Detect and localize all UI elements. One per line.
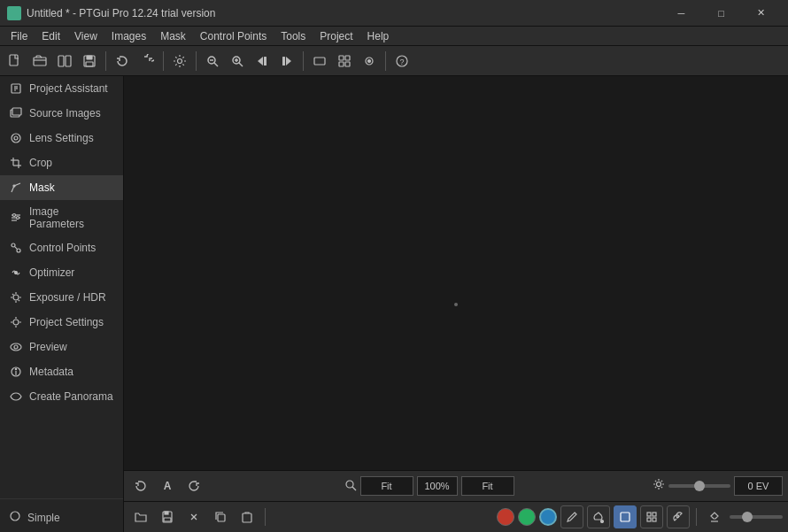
paste-button[interactable]: [236, 506, 259, 528]
svg-rect-81: [164, 518, 171, 521]
menu-tools[interactable]: Tools: [274, 27, 313, 46]
sidebar-item-exposure-hdr[interactable]: Exposure / HDR: [0, 285, 123, 310]
blue-mask-button[interactable]: [539, 508, 557, 526]
svg-line-48: [14, 246, 17, 249]
sidebar-label-exposure-hdr: Exposure / HDR: [29, 291, 106, 304]
toolbar-sep-1: [105, 51, 106, 71]
sidebar-item-control-points[interactable]: Control Points: [0, 235, 123, 260]
copy-button[interactable]: [209, 506, 232, 528]
green-mask-button[interactable]: [518, 508, 536, 526]
sidebar-label-crop: Crop: [29, 157, 52, 169]
sidebar-item-source-images[interactable]: Source Images: [0, 101, 123, 126]
sidebar-label-mask: Mask: [29, 181, 55, 194]
svg-point-70: [657, 482, 661, 487]
svg-point-63: [14, 345, 18, 349]
svg-rect-88: [647, 513, 651, 516]
prev-image-button[interactable]: [251, 50, 274, 73]
svg-rect-87: [621, 513, 630, 521]
rect-tool-button[interactable]: [614, 505, 637, 528]
brightness-slider[interactable]: [668, 484, 730, 488]
settings-button[interactable]: [168, 50, 191, 73]
toolbar-sep-5: [385, 51, 386, 71]
bottom-sep-2: [696, 508, 697, 526]
svg-line-76: [661, 487, 662, 488]
stitch-button[interactable]: [53, 50, 76, 73]
sidebar-item-metadata[interactable]: Metadata: [0, 359, 123, 384]
sidebar-simple-toggle[interactable]: Simple: [0, 503, 123, 532]
next-image-button[interactable]: [275, 50, 298, 73]
ev-input[interactable]: [734, 476, 783, 496]
menu-file[interactable]: File: [4, 27, 35, 46]
save-file-button[interactable]: [156, 506, 179, 528]
menu-view[interactable]: View: [67, 27, 104, 46]
zoom-fit-left-input[interactable]: [360, 476, 413, 496]
sidebar-item-image-parameters[interactable]: Image Parameters: [0, 200, 123, 235]
crop-icon: [9, 156, 23, 170]
bottom-toolbar-bot: [124, 502, 788, 533]
help-button[interactable]: ?: [390, 50, 413, 73]
bucket-tool-button[interactable]: [587, 505, 610, 528]
svg-line-75: [655, 481, 656, 482]
svg-rect-6: [86, 62, 93, 66]
sidebar-label-preview: Preview: [29, 341, 67, 353]
svg-rect-21: [345, 56, 350, 60]
sidebar-item-project-assistant[interactable]: Project Assistant: [0, 76, 123, 101]
simple-icon: [9, 510, 21, 525]
menu-help[interactable]: Help: [360, 27, 397, 46]
pencil-tool-button[interactable]: [560, 505, 583, 528]
red-mask-button[interactable]: [497, 508, 514, 526]
svg-point-45: [17, 217, 19, 220]
tool-size-slider[interactable]: [730, 515, 783, 519]
menu-project[interactable]: Project: [313, 27, 359, 46]
sidebar-item-lens-settings[interactable]: Lens Settings: [0, 126, 123, 150]
svg-rect-1: [34, 58, 46, 66]
menu-edit[interactable]: Edit: [35, 27, 67, 46]
svg-point-49: [15, 272, 18, 274]
svg-point-68: [346, 481, 353, 488]
sidebar-item-project-settings[interactable]: Project Settings: [0, 310, 123, 335]
menu-mask[interactable]: Mask: [153, 27, 193, 46]
zoom-fit-left-label: [344, 479, 357, 493]
undo-button[interactable]: [111, 50, 134, 73]
grid-tool-button[interactable]: [640, 505, 663, 528]
sidebar-item-optimizer[interactable]: Optimizer: [0, 260, 123, 285]
menu-images[interactable]: Images: [104, 27, 153, 46]
svg-rect-23: [345, 62, 350, 66]
link-tool-button[interactable]: [667, 505, 690, 528]
delete-button[interactable]: [182, 506, 205, 528]
svg-point-44: [13, 214, 16, 217]
reset-button[interactable]: [129, 475, 152, 497]
open-button[interactable]: [28, 50, 51, 73]
toolbar: ?: [0, 46, 788, 76]
zoom-out-button[interactable]: [201, 50, 224, 73]
sidebar-item-crop[interactable]: Crop: [0, 150, 123, 175]
svg-marker-17: [286, 57, 291, 66]
close-button[interactable]: ✕: [741, 0, 781, 27]
apply-button[interactable]: [182, 475, 205, 497]
sidebar-label-project-settings: Project Settings: [29, 316, 104, 328]
sidebar-item-preview[interactable]: Preview: [0, 335, 123, 359]
new-button[interactable]: [4, 50, 27, 73]
svg-point-34: [12, 134, 20, 143]
svg-line-9: [214, 63, 218, 66]
sidebar-item-mask[interactable]: Mask: [0, 175, 123, 200]
folder-open-button[interactable]: [129, 506, 152, 528]
grid-view-button[interactable]: [333, 50, 356, 73]
redo-button[interactable]: [135, 50, 158, 73]
sidebar-label-source-images: Source Images: [29, 107, 101, 120]
minimize-button[interactable]: ─: [661, 0, 701, 27]
zoom-percent-input[interactable]: [417, 476, 458, 496]
sidebar-item-create-panorama[interactable]: Create Panorama: [0, 384, 123, 409]
text-button[interactable]: A: [156, 475, 179, 497]
pin-button[interactable]: [358, 50, 381, 73]
svg-rect-85: [243, 513, 251, 522]
zoom-in-button[interactable]: [226, 50, 249, 73]
zoom-fit-right-input[interactable]: [461, 476, 514, 496]
panorama-view-button[interactable]: [308, 50, 331, 73]
save-button[interactable]: [78, 50, 101, 73]
clear-button[interactable]: [703, 506, 726, 528]
maximize-button[interactable]: □: [701, 0, 741, 27]
svg-rect-84: [218, 514, 225, 521]
menu-control-points[interactable]: Control Points: [193, 27, 274, 46]
svg-rect-22: [339, 62, 344, 66]
